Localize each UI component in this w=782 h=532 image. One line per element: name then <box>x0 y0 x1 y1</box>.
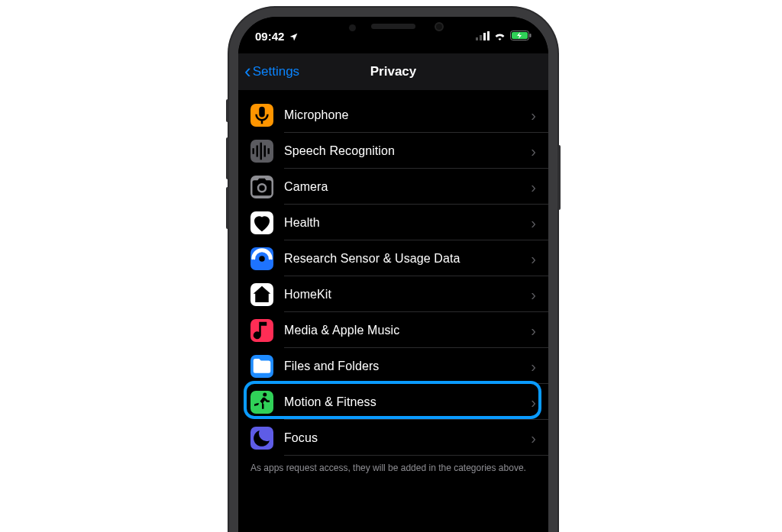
privacy-list[interactable]: Microphone › Speech Recognition › <box>238 97 548 532</box>
location-icon <box>289 31 299 41</box>
row-focus[interactable]: Focus › <box>238 420 548 456</box>
svg-rect-10 <box>264 145 267 156</box>
chevron-right-icon: › <box>531 250 536 267</box>
row-microphone[interactable]: Microphone › <box>238 97 548 133</box>
svg-rect-7 <box>253 148 255 154</box>
row-label: Microphone <box>284 108 349 122</box>
row-health[interactable]: Health › <box>238 205 548 240</box>
status-time: 09:42 <box>255 30 284 43</box>
row-speech-recognition[interactable]: Speech Recognition › <box>238 133 548 169</box>
phone-frame: 09:42 <box>229 8 557 532</box>
chevron-right-icon: › <box>531 357 536 375</box>
volume-up-button <box>226 137 229 179</box>
row-files-folders[interactable]: Files and Folders › <box>238 348 548 384</box>
svg-rect-9 <box>260 142 263 160</box>
svg-rect-3 <box>487 31 490 40</box>
cellular-signal-icon <box>476 30 490 43</box>
moon-icon <box>250 427 273 450</box>
svg-rect-2 <box>483 33 486 40</box>
row-motion-fitness[interactable]: Motion & Fitness › <box>238 384 548 420</box>
wifi-icon <box>493 30 506 43</box>
volume-down-button <box>226 187 229 229</box>
row-label: HomeKit <box>284 288 331 301</box>
chevron-right-icon: › <box>531 106 536 124</box>
music-note-icon <box>250 319 273 342</box>
row-label: Motion & Fitness <box>284 395 376 409</box>
heart-icon <box>250 211 273 234</box>
chevron-right-icon: › <box>531 321 536 339</box>
chevron-left-icon: ‹ <box>244 61 251 81</box>
navigation-bar: ‹ Settings Privacy <box>238 53 548 90</box>
home-icon <box>250 283 273 306</box>
row-label: Health <box>284 216 320 230</box>
chevron-right-icon: › <box>531 285 536 303</box>
mute-switch <box>226 99 229 122</box>
power-button <box>557 145 561 210</box>
back-label: Settings <box>253 64 299 79</box>
chevron-right-icon: › <box>531 178 536 195</box>
waveform-icon <box>250 140 273 163</box>
row-label: Focus <box>284 431 318 445</box>
list-footer-note: As apps request access, they will be add… <box>238 456 548 474</box>
page-title: Privacy <box>370 64 417 79</box>
chevron-right-icon: › <box>531 142 536 160</box>
row-label: Files and Folders <box>284 360 379 373</box>
svg-point-13 <box>263 392 267 396</box>
microphone-icon <box>250 104 273 127</box>
row-label: Media & Apple Music <box>284 324 399 337</box>
status-bar: 09:42 <box>238 24 548 47</box>
row-label: Research Sensor & Usage Data <box>284 252 460 266</box>
svg-rect-1 <box>480 35 482 40</box>
svg-rect-0 <box>476 37 478 40</box>
folder-icon <box>250 355 273 378</box>
battery-charging-icon <box>510 30 532 43</box>
chevron-right-icon: › <box>531 393 536 411</box>
row-homekit[interactable]: HomeKit › <box>238 276 548 312</box>
row-research-sensor[interactable]: Research Sensor & Usage Data › <box>238 240 548 276</box>
back-button[interactable]: ‹ Settings <box>244 53 299 90</box>
camera-icon <box>250 176 273 198</box>
svg-rect-8 <box>257 145 259 156</box>
row-label: Speech Recognition <box>284 144 395 158</box>
svg-point-12 <box>259 256 265 262</box>
row-camera[interactable]: Camera › <box>238 169 548 205</box>
chevron-right-icon: › <box>531 214 536 231</box>
running-icon <box>250 391 273 414</box>
sensor-icon <box>250 247 273 270</box>
svg-rect-11 <box>268 148 270 154</box>
row-media-apple-music[interactable]: Media & Apple Music › <box>238 312 548 348</box>
svg-rect-6 <box>530 34 532 37</box>
chevron-right-icon: › <box>531 429 536 447</box>
row-label: Camera <box>284 180 328 194</box>
